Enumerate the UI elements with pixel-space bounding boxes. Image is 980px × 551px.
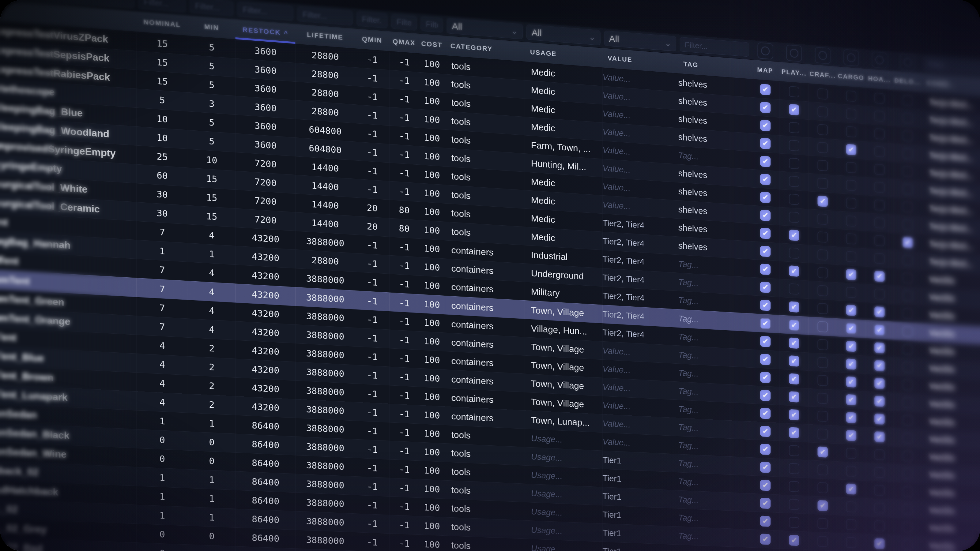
cell-cargo[interactable]	[837, 515, 865, 534]
cargo-checkbox[interactable]	[846, 340, 857, 352]
cell-tag[interactable]: Tag...	[678, 491, 751, 511]
cell-value[interactable]: Tier1	[602, 487, 678, 508]
cell-hoa[interactable]	[865, 516, 893, 535]
delo-checkbox[interactable]	[902, 183, 913, 195]
cell-restock[interactable]: 7200	[235, 171, 296, 194]
cell-qmax[interactable]: 80	[390, 218, 419, 238]
cell-hoa[interactable]	[865, 284, 893, 304]
hoa-checkbox[interactable]	[874, 342, 885, 353]
craf-checkbox[interactable]	[818, 339, 828, 350]
cell-delo[interactable]	[894, 429, 922, 447]
cell-cost[interactable]: 100	[418, 313, 445, 332]
delo-checkbox[interactable]	[902, 432, 913, 443]
cell-cost[interactable]: 100	[418, 239, 445, 259]
cell-usage[interactable]: Usage...	[525, 465, 602, 487]
map-checkbox[interactable]	[760, 426, 770, 437]
craf-checkbox[interactable]	[818, 106, 828, 118]
cell-delo[interactable]	[894, 357, 922, 376]
craf-checkbox[interactable]	[818, 124, 828, 136]
cell-lifetime[interactable]: 14400	[295, 175, 355, 197]
cell-delo[interactable]	[894, 250, 922, 270]
play-checkbox[interactable]	[789, 175, 799, 187]
cell-value[interactable]: Tier1	[602, 469, 678, 490]
cell-min[interactable]: 4	[188, 281, 235, 302]
cell-play[interactable]	[780, 513, 808, 531]
cell-play[interactable]	[780, 315, 808, 335]
cell-restock[interactable]: 7200	[235, 208, 296, 230]
cell-play[interactable]	[780, 477, 808, 496]
cell-hoa[interactable]	[865, 106, 893, 126]
cell-hoa[interactable]	[865, 195, 893, 214]
cell-qmax[interactable]: 80	[390, 200, 419, 220]
cell-qmax[interactable]: -1	[390, 237, 419, 257]
map-checkbox[interactable]	[760, 173, 770, 185]
cell-nominal[interactable]: 4	[136, 354, 188, 375]
cell-delo[interactable]	[894, 108, 922, 128]
map-checkbox[interactable]	[760, 480, 770, 491]
cell-min[interactable]: 15	[188, 206, 235, 227]
cell-qmin[interactable]: -1	[355, 272, 389, 292]
cell-min[interactable]: 2	[188, 394, 235, 415]
cell-usage[interactable]: Town, Lunap...	[525, 411, 602, 432]
cell-cost[interactable]: 100	[418, 257, 445, 277]
cell-cargo[interactable]	[837, 104, 865, 124]
cell-nominal[interactable]: 7	[136, 316, 188, 337]
cell-qmax[interactable]: -1	[390, 274, 419, 294]
craf-checkbox[interactable]	[818, 285, 828, 296]
craf-checkbox[interactable]	[818, 375, 828, 386]
craf-checkbox[interactable]	[818, 142, 828, 153]
cell-usage[interactable]: Town, Village	[525, 392, 602, 414]
filter-input-qmin[interactable]	[356, 11, 387, 29]
cell-tag[interactable]: Tag...	[678, 472, 751, 493]
cell-lifetime[interactable]: 3888000	[295, 343, 355, 365]
cell-cost[interactable]: 100	[418, 73, 445, 93]
delo-checkbox[interactable]	[902, 237, 913, 248]
craf-checkbox[interactable]	[818, 482, 828, 494]
cell-cost[interactable]: 100	[418, 146, 445, 166]
cell-play[interactable]	[780, 82, 808, 102]
cell-craf[interactable]	[808, 173, 837, 193]
cell-lifetime[interactable]: 3888000	[295, 493, 355, 514]
filter-input-qmax[interactable]	[391, 14, 417, 30]
cell-play[interactable]	[780, 387, 808, 406]
cell-nominal[interactable]: 4	[136, 373, 188, 394]
cell-comm[interactable]: Vanilla	[922, 537, 980, 551]
cell-map[interactable]	[751, 170, 780, 189]
play-checkbox[interactable]	[789, 373, 799, 384]
cell-cargo[interactable]	[837, 444, 865, 463]
cargo-checkbox[interactable]	[846, 430, 857, 441]
hoa-checkbox[interactable]	[874, 110, 885, 122]
cell-lifetime[interactable]: 14400	[295, 194, 355, 216]
cell-hoa[interactable]	[865, 499, 893, 517]
cell-cost[interactable]: 100	[418, 480, 445, 499]
craf-checkbox[interactable]	[818, 159, 828, 171]
play-checkbox[interactable]	[789, 499, 799, 510]
craf-checkbox[interactable]	[818, 249, 828, 260]
cell-craf[interactable]	[808, 478, 837, 497]
cell-nominal[interactable]: 7	[136, 297, 188, 319]
cell-hoa[interactable]	[865, 410, 893, 429]
cell-cost[interactable]: 100	[418, 294, 445, 314]
craf-checkbox[interactable]	[818, 536, 828, 547]
cell-nominal[interactable]: 7	[136, 259, 188, 280]
hoa-checkbox[interactable]	[874, 395, 885, 407]
cell-cost[interactable]: 100	[418, 461, 445, 480]
cell-nominal[interactable]: 0	[136, 448, 188, 469]
play-checkbox[interactable]	[789, 265, 799, 276]
cell-min[interactable]: 10	[188, 149, 235, 171]
filter-input-cost[interactable]	[420, 16, 443, 33]
cell-map[interactable]	[751, 386, 780, 405]
cell-lifetime[interactable]: 3888000	[295, 437, 355, 458]
map-checkbox[interactable]	[760, 372, 770, 383]
cell-lifetime[interactable]: 3888000	[295, 306, 355, 328]
cell-qmax[interactable]: -1	[390, 52, 419, 72]
cell-qmax[interactable]: -1	[390, 163, 419, 183]
cell-delo[interactable]	[894, 197, 922, 216]
cell-delo[interactable]	[894, 411, 922, 430]
cell-min[interactable]: 4	[188, 262, 235, 283]
cell-craf[interactable]	[808, 120, 837, 139]
delo-checkbox[interactable]	[902, 254, 913, 266]
play-checkbox[interactable]	[789, 481, 799, 492]
cell-qmax[interactable]: -1	[390, 534, 419, 551]
cell-map[interactable]	[751, 494, 780, 513]
